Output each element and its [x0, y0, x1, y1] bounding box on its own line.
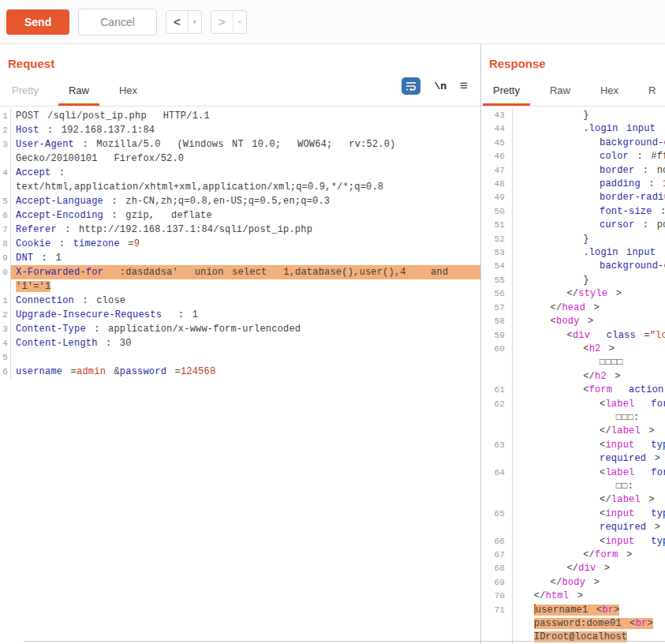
back-icon[interactable]: <	[166, 11, 188, 33]
code-line: 59 <div class ="login	[481, 329, 665, 343]
tab-pretty[interactable]: Pretty	[483, 80, 530, 106]
send-button[interactable]: Send	[6, 9, 69, 35]
code-line: '1'='1	[0, 279, 480, 294]
panel-bottom-divider	[24, 641, 665, 642]
forward-icon[interactable]: >	[211, 11, 233, 33]
line-number	[481, 452, 513, 466]
code-line: required >	[481, 521, 665, 534]
tab-pretty[interactable]: Pretty	[2, 80, 49, 106]
tab-hex[interactable]: Hex	[590, 80, 629, 106]
line-number: 43	[481, 109, 513, 122]
code-line: 3Content-Type : application/x-www-form-u…	[0, 322, 480, 336]
code-line: 63 <input type ="	[481, 439, 665, 452]
line-number: 70	[481, 590, 513, 603]
line-number	[0, 180, 11, 194]
response-panel: Response Pretty Raw Hex R 43 }44 .login …	[481, 44, 665, 644]
line-number: 8	[0, 237, 11, 251]
line-number: 56	[481, 287, 513, 301]
repeater-panels: Request Pretty Raw Hex \n ≡ 1POST /sqli/…	[0, 44, 665, 644]
line-number: 2	[0, 308, 11, 322]
forward-dropdown-icon[interactable]: ▾	[233, 11, 246, 33]
code-line: 70 </html >	[481, 590, 665, 603]
word-wrap-icon[interactable]	[402, 77, 420, 95]
back-dropdown-icon[interactable]: ▾	[188, 11, 201, 33]
response-viewer[interactable]: 43 }44 .login input [type =45 background…	[481, 107, 665, 644]
code-line: 44 .login input [type =	[481, 122, 665, 136]
line-number: 71	[481, 604, 513, 617]
line-number: 50	[481, 205, 513, 219]
request-editor[interactable]: 1POST /sqli/post_ip.php HTTP/1.12Host : …	[0, 107, 480, 379]
line-number: 64	[481, 466, 513, 480]
line-number	[0, 279, 11, 294]
code-line: Gecko/20100101 Firefox/52.0	[0, 152, 480, 166]
code-line: 49 border-radius : 5px	[481, 191, 665, 204]
code-line: □□□□	[481, 356, 665, 369]
code-line: 48 padding : 10px 20px	[481, 178, 665, 191]
line-number: 49	[481, 191, 513, 204]
line-number	[481, 370, 513, 384]
line-number: 3	[0, 322, 11, 336]
code-line: password:dome01 <br>	[481, 617, 665, 631]
line-number: 55	[481, 274, 513, 287]
history-back-group[interactable]: < ▾	[166, 10, 202, 34]
line-number: 2	[0, 123, 11, 137]
code-line: 61 <form action =""	[481, 384, 665, 397]
code-line: 6Accept-Encoding : gzip, deflate	[0, 208, 480, 223]
line-number: 5	[0, 194, 11, 208]
line-number: 45	[481, 137, 513, 150]
line-number	[481, 425, 513, 438]
code-line: 46 color : #fff ;	[481, 150, 665, 163]
code-line: 1Connection : close	[0, 294, 480, 308]
line-number: 60	[481, 343, 513, 356]
code-line: 47 border : none ;	[481, 164, 665, 178]
history-forward-group[interactable]: > ▾	[211, 10, 247, 34]
line-number	[481, 521, 513, 534]
editor-menu-icon[interactable]: ≡	[460, 78, 468, 94]
tab-render[interactable]: R	[638, 80, 665, 106]
line-number: 53	[481, 246, 513, 260]
toolbar: Send Cancel < ▾ > ▾	[0, 0, 665, 44]
code-line: 58 <body >	[481, 315, 665, 328]
line-number: 46	[481, 150, 513, 163]
code-line: 62 <label for ="u	[481, 398, 665, 411]
line-number: 6	[0, 208, 11, 223]
code-line: 55 }	[481, 274, 665, 287]
line-number: 3	[0, 137, 11, 152]
line-number: 57	[481, 301, 513, 315]
line-number	[0, 152, 11, 166]
line-number: 5	[0, 350, 11, 365]
tab-hex[interactable]: Hex	[109, 80, 148, 106]
show-newlines-icon[interactable]: \n	[434, 80, 446, 92]
line-number: 7	[0, 223, 11, 237]
code-line: 56 </style >	[481, 287, 665, 301]
tab-raw[interactable]: Raw	[58, 80, 99, 106]
code-line: 64 <label for ="p	[481, 466, 665, 480]
code-line: text/html,application/xhtml+xml,applicat…	[0, 180, 480, 194]
line-number: 1	[0, 109, 11, 123]
code-line: </h2 >	[481, 370, 665, 384]
line-number: 47	[481, 164, 513, 178]
request-panel: Request Pretty Raw Hex \n ≡ 1POST /sqli/…	[0, 44, 481, 644]
code-line: 5Accept-Language : zh-CN,zh;q=0.8,en-US;…	[0, 194, 480, 208]
response-title: Response	[481, 44, 665, 70]
code-line: 53 .login input [type =	[481, 246, 665, 260]
cancel-button[interactable]: Cancel	[78, 9, 157, 36]
line-number: 6	[0, 365, 11, 379]
code-line: 4Accept :	[0, 166, 480, 180]
line-number	[481, 493, 513, 507]
code-line: 9DNT : 1	[0, 251, 480, 265]
code-line: 69 </body >	[481, 576, 665, 590]
line-number	[481, 617, 513, 631]
code-line: 52 }	[481, 233, 665, 246]
line-number: 58	[481, 315, 513, 328]
line-number: 67	[481, 549, 513, 562]
code-line: 5	[0, 350, 480, 365]
tab-raw[interactable]: Raw	[540, 80, 581, 106]
code-line: 68 </div >	[481, 562, 665, 575]
line-number: 1	[0, 294, 11, 308]
response-tabs: Pretty Raw Hex R	[481, 80, 665, 107]
line-number: 66	[481, 535, 513, 549]
code-line: 2Host : 192.168.137.1:84	[0, 123, 480, 137]
line-number: 63	[481, 439, 513, 452]
line-number: 0	[0, 265, 11, 279]
